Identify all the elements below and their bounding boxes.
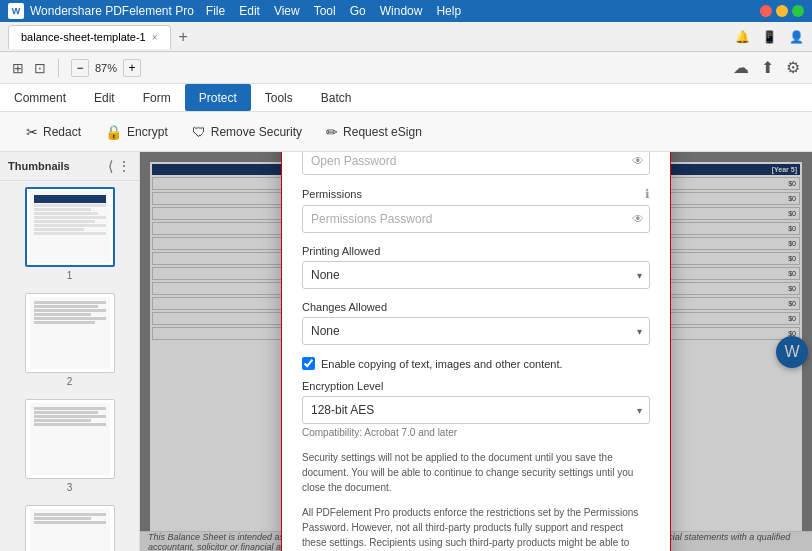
minimize-button[interactable] [776, 5, 788, 17]
menu-edit[interactable]: Edit [239, 4, 260, 18]
menu-window[interactable]: Window [380, 4, 423, 18]
notification-icon[interactable]: 🔔 [735, 30, 750, 44]
encrypt-button[interactable]: 🔒 Encrypt [95, 120, 178, 144]
redact-icon: ✂ [26, 124, 38, 140]
thumbnail-2[interactable]: 2 [0, 287, 139, 393]
account-icon[interactable]: 👤 [789, 30, 804, 44]
separator [58, 59, 59, 77]
thumbnail-2-num: 2 [67, 376, 73, 387]
device-icon[interactable]: 📱 [762, 30, 777, 44]
printing-allowed-select[interactable]: None [302, 261, 650, 289]
action-bar: ✂ Redact 🔒 Encrypt 🛡 Remove Security ✏ R… [0, 112, 812, 152]
encryption-level-select-wrapper: 128-bit AES ▾ [302, 396, 650, 424]
printing-allowed-label: Printing Allowed [302, 245, 650, 257]
app-logo: W [8, 3, 24, 19]
sidebar-collapse-button[interactable]: ⟨ [108, 158, 113, 174]
changes-allowed-select-wrapper: None ▾ [302, 317, 650, 345]
nav-form[interactable]: Form [129, 84, 185, 111]
tab-right-icons: 🔔 📱 👤 [735, 30, 804, 44]
sidebar-controls: ⟨ ⋮ [108, 158, 131, 174]
encryption-level-label: Encryption Level [302, 380, 650, 392]
thumbnail-2-image [25, 293, 115, 373]
changes-allowed-section: Changes Allowed None ▾ [302, 301, 650, 345]
page-view-icon[interactable]: ⊡ [34, 60, 46, 76]
nav-protect[interactable]: Protect [185, 84, 251, 111]
permissions-section: Permissions ℹ 👁 [302, 187, 650, 233]
remove-security-icon: 🛡 [192, 124, 206, 140]
new-tab-button[interactable]: + [171, 28, 196, 46]
changes-allowed-select[interactable]: None [302, 317, 650, 345]
esign-icon: ✏ [326, 124, 338, 140]
thumbnail-3-num: 3 [67, 482, 73, 493]
tab-bar: balance-sheet-template-1 × + 🔔 📱 👤 [0, 22, 812, 52]
dialog-overlay: Encrypt with Password Document Open Pass… [140, 152, 812, 551]
nav-tools[interactable]: Tools [251, 84, 307, 111]
zoom-in-button[interactable]: + [123, 59, 141, 77]
menu-tool[interactable]: Tool [314, 4, 336, 18]
encrypt-icon: 🔒 [105, 124, 122, 140]
permissions-label: Permissions ℹ [302, 187, 650, 201]
main-layout: Thumbnails ⟨ ⋮ [0, 152, 812, 551]
changes-allowed-label: Changes Allowed [302, 301, 650, 313]
sidebar-title: Thumbnails [8, 160, 70, 172]
doc-open-password-input[interactable] [302, 152, 650, 175]
compatibility-note: Compatibility: Acrobat 7.0 and later [302, 427, 650, 438]
copy-content-checkbox[interactable] [302, 357, 315, 370]
redact-label: Redact [43, 125, 81, 139]
maximize-button[interactable] [792, 5, 804, 17]
remove-security-button[interactable]: 🛡 Remove Security [182, 120, 312, 144]
request-esign-button[interactable]: ✏ Request eSign [316, 120, 432, 144]
thumbnail-1-image [25, 187, 115, 267]
permissions-info-icon[interactable]: ℹ [645, 187, 650, 201]
document-tab[interactable]: balance-sheet-template-1 × [8, 25, 171, 49]
redact-button[interactable]: ✂ Redact [16, 120, 91, 144]
permissions-password-input[interactable] [302, 205, 650, 233]
menu-help[interactable]: Help [436, 4, 461, 18]
remove-security-label: Remove Security [211, 125, 302, 139]
nav-edit[interactable]: Edit [80, 84, 129, 111]
encrypt-password-dialog: Encrypt with Password Document Open Pass… [281, 152, 671, 551]
app-title: Wondershare PDFelement Pro [30, 4, 194, 18]
tab-close-icon[interactable]: × [152, 32, 158, 43]
zoom-control: − 87% + [71, 59, 141, 77]
permissions-toggle-icon[interactable]: 👁 [632, 212, 644, 226]
printing-allowed-select-wrapper: None ▾ [302, 261, 650, 289]
zoom-value: 87% [95, 62, 117, 74]
thumbnail-1-num: 1 [67, 270, 73, 281]
thumbnail-1[interactable]: 1 [0, 181, 139, 287]
nav-batch[interactable]: Batch [307, 84, 366, 111]
encrypt-label: Encrypt [127, 125, 168, 139]
zoom-out-button[interactable]: − [71, 59, 89, 77]
view-mode-icon[interactable]: ⊞ [12, 60, 24, 76]
thumbnail-4-image [25, 505, 115, 551]
menu-view[interactable]: View [274, 4, 300, 18]
nav-menu-bar: Comment Edit Form Protect Tools Batch [0, 84, 812, 112]
copy-content-label: Enable copying of text, images and other… [321, 358, 563, 370]
encryption-level-section: Encryption Level 128-bit AES ▾ Compatibi… [302, 380, 650, 438]
menu-go[interactable]: Go [350, 4, 366, 18]
content-area: [Year 4] [Year 5] $0$0 $0$0 $0$0 $0$0 $0… [140, 152, 812, 551]
thumbnail-4[interactable]: 4 [0, 499, 139, 551]
tab-filename: balance-sheet-template-1 [21, 31, 146, 43]
cloud-icon[interactable]: ☁ [733, 58, 749, 77]
title-bar: W Wondershare PDFelement Pro File Edit V… [0, 0, 812, 22]
sidebar-header: Thumbnails ⟨ ⋮ [0, 152, 139, 181]
close-button[interactable] [760, 5, 772, 17]
info-text-1: Security settings will not be applied to… [302, 450, 650, 495]
nav-comment[interactable]: Comment [0, 84, 80, 111]
sidebar-more-button[interactable]: ⋮ [117, 158, 131, 174]
sidebar: Thumbnails ⟨ ⋮ [0, 152, 140, 551]
doc-open-password-wrapper: 👁 [302, 152, 650, 175]
settings-icon[interactable]: ⚙ [786, 58, 800, 77]
share-icon[interactable]: ⬆ [761, 58, 774, 77]
thumbnail-3-image [25, 399, 115, 479]
menu-bar-top: File Edit View Tool Go Window Help [206, 4, 461, 18]
doc-open-password-section: Document Open Password ℹ 👁 [302, 152, 650, 175]
encryption-level-select[interactable]: 128-bit AES [302, 396, 650, 424]
zoom-toolbar: ⊞ ⊡ − 87% + ☁ ⬆ ⚙ [0, 52, 812, 84]
info-text-2: All PDFelement Pro products enforce the … [302, 505, 650, 551]
menu-file[interactable]: File [206, 4, 225, 18]
printing-allowed-section: Printing Allowed None ▾ [302, 245, 650, 289]
thumbnail-3[interactable]: 3 [0, 393, 139, 499]
password-toggle-icon[interactable]: 👁 [632, 154, 644, 168]
